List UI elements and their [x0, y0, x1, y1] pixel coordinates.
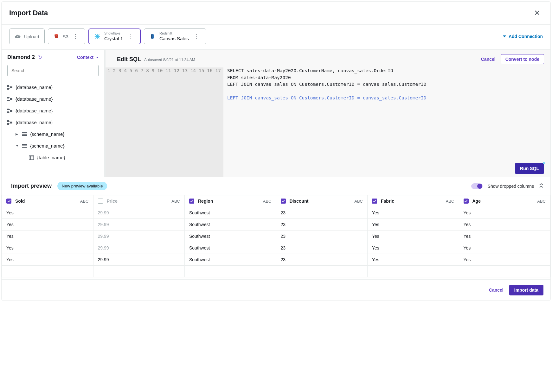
- kebab-icon[interactable]: ⋮: [72, 34, 80, 39]
- table-cell: Southwest: [185, 254, 276, 266]
- table-cell: Southwest: [185, 219, 276, 231]
- import-data-button[interactable]: Import data: [509, 285, 543, 295]
- kebab-icon[interactable]: ⋮: [193, 34, 201, 39]
- tree-item-label: {database_name}: [16, 96, 53, 102]
- database-icon: [7, 97, 12, 101]
- tree-schema-item[interactable]: ▶ {schema_name}: [7, 128, 99, 140]
- table-cell: 23: [276, 231, 368, 242]
- context-dropdown[interactable]: Context: [77, 55, 99, 60]
- code-content[interactable]: SELECT sales-data-May2020.CustomerName, …: [223, 67, 430, 177]
- tree-schema-item[interactable]: ▼ {schema_name}: [7, 140, 99, 152]
- column-name: Price: [107, 199, 118, 204]
- code-editor[interactable]: 1 2 3 4 5 6 7 8 9 10 11 12 13 14 15 16 1…: [106, 67, 550, 177]
- source-redshift-meta: Redshift: [159, 31, 172, 35]
- table-cell: Southwest: [185, 231, 276, 242]
- table-cell: Yes: [368, 219, 459, 231]
- upload-icon: [15, 33, 21, 40]
- preview-table: SoldABCPriceABCRegionABCDiscountABCFabri…: [2, 195, 550, 277]
- close-button[interactable]: ✕: [531, 7, 543, 19]
- column-name: Age: [472, 199, 481, 204]
- column-header[interactable]: FabricABC: [368, 195, 459, 207]
- table-cell: 29.99: [93, 254, 185, 266]
- table-row: Yes29.99Southwest23YesYes: [2, 254, 550, 266]
- search-input[interactable]: [7, 65, 99, 76]
- context-label: Context: [77, 55, 93, 60]
- add-connection-label: Add Connection: [509, 34, 543, 39]
- svg-rect-22: [22, 134, 27, 135]
- schema-icon: [22, 132, 27, 136]
- table-cell: [2, 266, 93, 277]
- chevron-right-icon: ▶: [16, 132, 19, 136]
- collapse-icon[interactable]: [539, 183, 543, 189]
- run-sql-button[interactable]: Run SQL: [515, 163, 544, 174]
- column-header[interactable]: PriceABC: [93, 195, 185, 207]
- svg-rect-21: [22, 132, 27, 133]
- toggle-knob: [477, 184, 482, 189]
- cancel-sql-button[interactable]: Cancel: [481, 57, 496, 62]
- svg-rect-24: [22, 144, 27, 145]
- column-header[interactable]: AgeABC: [459, 195, 550, 207]
- database-icon: [7, 109, 12, 113]
- add-connection-button[interactable]: Add Connection: [503, 34, 543, 39]
- svg-rect-23: [22, 135, 27, 136]
- svg-rect-20: [9, 123, 10, 124]
- column-header[interactable]: SoldABC: [2, 195, 93, 207]
- tree-database-item[interactable]: {database_name}: [7, 81, 99, 93]
- convert-to-node-button[interactable]: Convert to node: [501, 54, 544, 64]
- sources-row: Upload S3 ⋮ Snowflake Crystal 1 ⋮: [2, 25, 550, 50]
- table-header-row: SoldABCPriceABCRegionABCDiscountABCFabri…: [2, 195, 550, 207]
- table-cell: Southwest: [185, 242, 276, 254]
- tree-database-item[interactable]: {database_name}: [7, 93, 99, 105]
- svg-rect-27: [29, 155, 34, 160]
- table-cell: 23: [276, 242, 368, 254]
- table-cell: 23: [276, 207, 368, 219]
- preview-pill[interactable]: New preview available: [57, 182, 107, 190]
- table-cell: Yes: [2, 242, 93, 254]
- cancel-button[interactable]: Cancel: [489, 288, 504, 293]
- tree-database-item[interactable]: {database_name}: [7, 117, 99, 128]
- source-redshift[interactable]: Redshift Canvas Sales ⋮: [144, 28, 206, 44]
- source-s3[interactable]: S3 ⋮: [48, 28, 85, 44]
- column-checkbox[interactable]: [372, 199, 377, 204]
- column-checkbox[interactable]: [464, 199, 469, 204]
- source-snowflake[interactable]: Snowflake Crystal 1 ⋮: [88, 28, 141, 44]
- refresh-icon[interactable]: ↻: [38, 54, 42, 60]
- column-checkbox[interactable]: [189, 199, 194, 204]
- table-cell: Yes: [2, 207, 93, 219]
- table-row: Yes29.99Southwest23YesYes: [2, 231, 550, 242]
- column-checkbox[interactable]: [98, 199, 103, 204]
- tree-database-item[interactable]: {database_name}: [7, 105, 99, 117]
- preview-title: Import preview: [11, 183, 52, 189]
- column-header[interactable]: DiscountABC: [276, 195, 368, 207]
- table-cell: 23: [276, 254, 368, 266]
- preview-table-wrap: SoldABCPriceABCRegionABCDiscountABCFabri…: [2, 195, 550, 277]
- main-panel: Diamond 2 ↻ Context {database_name} {dat…: [2, 50, 550, 177]
- svg-rect-14: [9, 109, 10, 110]
- svg-rect-4: [9, 86, 10, 86]
- kebab-icon[interactable]: ⋮: [127, 34, 135, 39]
- column-header[interactable]: RegionABC: [185, 195, 276, 207]
- tree-item-label: {schema_name}: [30, 131, 64, 137]
- sidebar-title: Diamond 2: [7, 54, 35, 60]
- sources-list: Upload S3 ⋮ Snowflake Crystal 1 ⋮: [9, 28, 206, 44]
- column-type: ABC: [537, 199, 546, 204]
- column-checkbox[interactable]: [281, 199, 286, 204]
- source-upload[interactable]: Upload: [9, 28, 45, 44]
- show-dropped-toggle[interactable]: [471, 183, 483, 189]
- svg-rect-5: [9, 88, 10, 89]
- table-cell: Yes: [368, 207, 459, 219]
- snowflake-icon: [94, 33, 100, 40]
- svg-point-0: [55, 34, 58, 35]
- table-cell: Yes: [2, 254, 93, 266]
- column-type: ABC: [171, 199, 180, 204]
- editor-title: Edit SQL: [117, 56, 141, 63]
- tree-table-item[interactable]: {table_name}: [7, 152, 99, 163]
- table-row: [2, 266, 550, 277]
- table-cell: [276, 266, 368, 277]
- column-checkbox[interactable]: [6, 199, 11, 204]
- column-type: ABC: [263, 199, 272, 204]
- table-cell: 29.99: [93, 219, 185, 231]
- table-cell: Yes: [2, 219, 93, 231]
- source-redshift-label: Canvas Sales: [159, 36, 189, 41]
- source-upload-label: Upload: [24, 34, 39, 39]
